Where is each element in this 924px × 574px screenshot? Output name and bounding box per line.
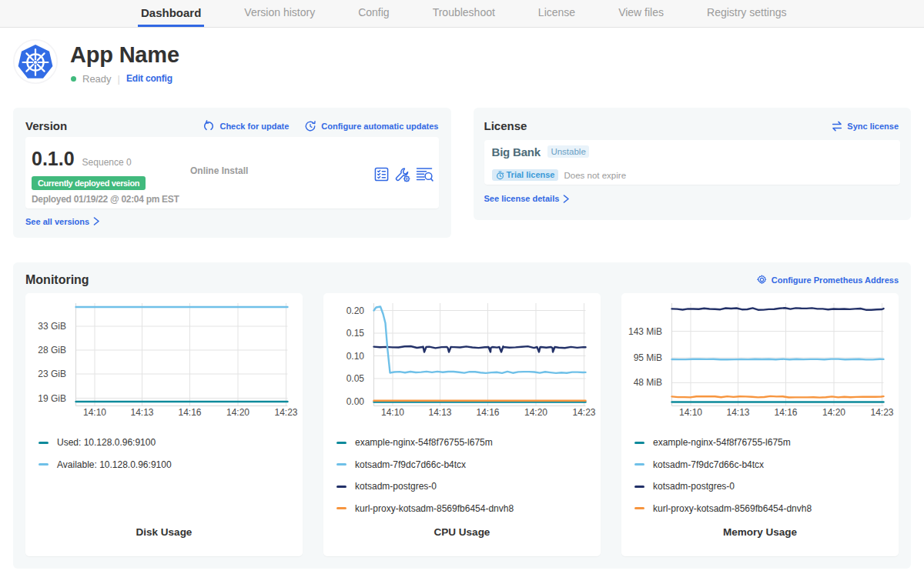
- svg-text:0.15: 0.15: [346, 328, 365, 339]
- svg-text:14:20: 14:20: [226, 407, 249, 418]
- svg-text:0.05: 0.05: [346, 373, 365, 384]
- svg-text:14:10: 14:10: [83, 407, 106, 418]
- svg-text:95 MiB: 95 MiB: [634, 352, 662, 363]
- svg-text:14:16: 14:16: [476, 407, 499, 418]
- svg-text:14:10: 14:10: [381, 407, 404, 418]
- svg-text:33 GiB: 33 GiB: [38, 321, 66, 332]
- svg-text:14:20: 14:20: [524, 407, 547, 418]
- svg-text:0.00: 0.00: [346, 396, 365, 407]
- svg-text:23 GiB: 23 GiB: [38, 369, 66, 379]
- svg-text:143 MiB: 143 MiB: [628, 326, 662, 337]
- svg-text:0.20: 0.20: [346, 305, 365, 316]
- svg-text:14:16: 14:16: [774, 407, 797, 418]
- svg-text:48 MiB: 48 MiB: [634, 377, 662, 388]
- svg-text:14:10: 14:10: [679, 407, 702, 418]
- svg-text:14:16: 14:16: [178, 407, 201, 418]
- svg-text:28 GiB: 28 GiB: [38, 345, 66, 355]
- svg-text:14:13: 14:13: [726, 407, 749, 418]
- svg-text:14:23: 14:23: [274, 407, 297, 418]
- svg-text:14:23: 14:23: [572, 407, 595, 418]
- svg-text:14:20: 14:20: [822, 407, 845, 418]
- svg-text:0.10: 0.10: [346, 351, 365, 362]
- svg-text:14:13: 14:13: [428, 407, 451, 418]
- svg-text:14:23: 14:23: [870, 407, 893, 418]
- svg-text:19 GiB: 19 GiB: [38, 393, 66, 404]
- svg-text:14:13: 14:13: [130, 407, 153, 418]
